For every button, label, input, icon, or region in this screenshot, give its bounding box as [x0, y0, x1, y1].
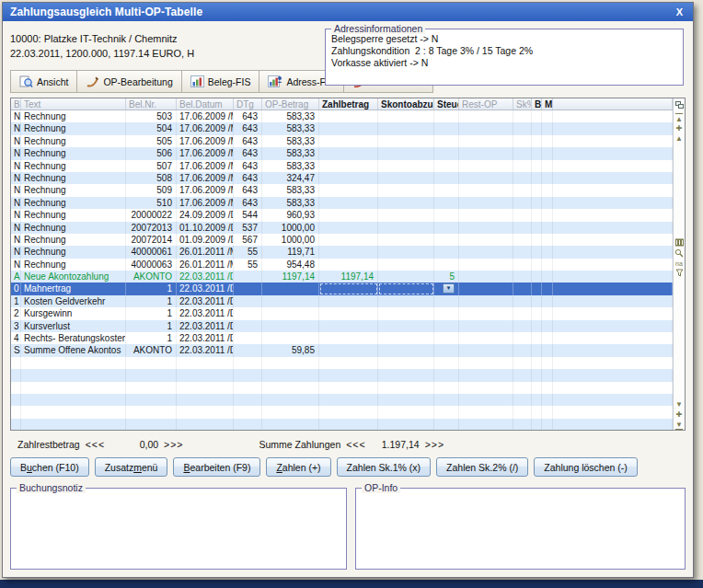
column-header-zahl[interactable]: Zahlbetrag	[319, 98, 378, 110]
cell-m	[542, 406, 553, 418]
zahlen-button[interactable]: Zahlen (+)	[266, 457, 330, 477]
table-row[interactable]: NRechnung51017.06.2009 /Mi643583,33	[11, 197, 673, 209]
column-header-rest[interactable]: Rest-OP	[459, 98, 513, 110]
column-header-m[interactable]: M	[542, 98, 553, 110]
table-row-empty[interactable]	[11, 419, 673, 430]
cell-skonto	[378, 222, 434, 234]
cell-steue	[434, 320, 459, 332]
tab-beleg-fis[interactable]: Beleg-FIS	[182, 71, 260, 92]
na-icon[interactable]: na	[675, 259, 683, 269]
cell-m	[542, 222, 553, 234]
cell-skonto	[378, 246, 434, 258]
cell-filler	[553, 234, 673, 246]
cell-skonto	[378, 234, 434, 246]
table-row-empty[interactable]	[11, 382, 673, 394]
cell-b2	[532, 135, 542, 147]
cell-belnr: 507	[126, 160, 177, 172]
table-row-empty[interactable]	[11, 394, 673, 406]
cell-b: 2	[11, 307, 21, 319]
table-row[interactable]: NRechnung2000002224.09.2009 /Do544960,93	[11, 209, 673, 221]
column-header-text[interactable]: Text	[21, 98, 126, 110]
cell-rest	[459, 197, 513, 209]
cell-op	[262, 295, 319, 307]
scroll-down-icon[interactable]: ▼	[675, 399, 683, 409]
column-header-sk[interactable]: Sk%	[513, 98, 532, 110]
scroll-up-icon[interactable]: ▲	[675, 133, 683, 144]
cell-belnr: 1	[126, 307, 177, 319]
zusatzmenu-button[interactable]: Zusatzmenü	[95, 457, 168, 477]
column-header-skonto[interactable]: Skontoabzug	[378, 98, 434, 110]
tab-ansicht[interactable]: Ansicht	[11, 71, 77, 92]
table-row[interactable]: NRechnung50717.06.2009 /Mi643583,33	[11, 160, 673, 172]
table-row-empty[interactable]	[11, 369, 673, 381]
cell-belnr: 505	[126, 135, 177, 147]
table-row[interactable]: 1Kosten Geldverkehr122.03.2011 /Di	[11, 295, 673, 307]
cell-date: 22.03.2011 /Di	[177, 332, 234, 344]
close-icon[interactable]: X	[674, 6, 686, 17]
bearbeiten-button[interactable]: Bearbeiten (F9)	[173, 457, 260, 477]
cell-dtg: 537	[234, 222, 262, 234]
cell-belnr: 20072014	[126, 234, 177, 246]
table-row-empty[interactable]	[11, 406, 673, 418]
buchen-button[interactable]: Buchen (F10)	[10, 457, 89, 477]
table-row[interactable]: 2Kursgewinn122.03.2011 /Di	[11, 307, 673, 319]
cell-date: 22.03.2011 /Di	[177, 282, 234, 294]
cell-text: Rechts- Beratungskosten	[21, 332, 126, 344]
table-row[interactable]: NRechnung4000006126.01.2011 /Mi55119,71	[11, 246, 673, 258]
copy-columns-icon[interactable]	[675, 98, 684, 111]
zahlung-loeschen-button[interactable]: Zahlung löschen (-)	[534, 457, 637, 477]
table-row[interactable]: NRechnung4000006326.01.2011 /Mi55954,48	[11, 259, 673, 271]
cell-date: 24.09.2009 /Do	[177, 209, 234, 221]
scroll-bottom-icon[interactable]: ▼	[675, 420, 683, 430]
cell-m	[542, 184, 553, 196]
cell-date: 01.10.2009 /Do	[177, 222, 234, 234]
column-header-b[interactable]: B	[11, 98, 21, 110]
cell-m	[542, 382, 553, 394]
cell-text: Kursverlust	[21, 320, 126, 332]
table-row-empty[interactable]	[11, 357, 673, 369]
address-info-groupbox: Adressinformationen Belegsperre gesetzt …	[325, 29, 684, 86]
buchungsnotiz-textarea[interactable]	[11, 489, 346, 569]
column-header-filler[interactable]	[553, 98, 673, 110]
steuer-dropdown-button[interactable]: ▼	[443, 283, 455, 294]
insert-icon[interactable]: ✚	[676, 123, 683, 133]
add-icon[interactable]: ✚	[676, 409, 683, 420]
cell-filler	[553, 332, 673, 344]
table-row[interactable]: 0Mahnertrag122.03.2011 /Di▼	[11, 282, 673, 294]
table-row[interactable]: ANeue AkontozahlungAKONTO22.03.2011 /Di1…	[11, 271, 673, 282]
filter-icon[interactable]	[675, 269, 684, 279]
tab-op-bearbeitung[interactable]: OP-Bearbeitung	[77, 71, 181, 92]
table-row[interactable]: NRechnung50517.06.2009 /Mi643583,33	[11, 135, 673, 147]
cell-op	[262, 282, 319, 294]
table-row[interactable]: NRechnung50817.06.2009 /Mi643324,47	[11, 172, 673, 184]
table-row[interactable]: NRechnung2007201401.09.2009 /Di5671000,0…	[11, 234, 673, 246]
cell-skonto	[378, 209, 434, 221]
cell-b2	[532, 222, 542, 234]
table-row[interactable]: NRechnung50317.06.2009 /Mi643583,33	[11, 110, 673, 122]
table-row[interactable]: NRechnung50617.06.2009 /Mi643583,33	[11, 147, 673, 159]
column-header-belnr[interactable]: Bel.Nr.	[126, 98, 177, 110]
columns-icon[interactable]	[675, 238, 684, 248]
column-header-steue[interactable]: Steue	[434, 98, 459, 110]
zahlen-sk1-button[interactable]: Zahlen Sk.1% (x)	[337, 457, 432, 477]
table-row[interactable]: SSumme Offene AkontosAKONTO22.03.2011 /D…	[11, 344, 673, 356]
scroll-top-icon[interactable]: ▲	[675, 113, 683, 123]
cell-steue	[434, 406, 459, 418]
table-row[interactable]: 4Rechts- Beratungskosten122.03.2011 /Di	[11, 332, 673, 344]
table-row[interactable]: 3Kursverlust122.03.2011 /Di	[11, 320, 673, 332]
cell-steue	[434, 357, 459, 369]
cell-skonto	[378, 382, 434, 394]
search-icon[interactable]	[674, 248, 684, 259]
op-info-textarea[interactable]	[356, 489, 685, 569]
zahlen-sk2-button[interactable]: Zahlen Sk.2% (/)	[436, 457, 528, 477]
cell-op: 583,33	[262, 122, 319, 134]
table-row[interactable]: NRechnung2007201301.10.2009 /Do5371000,0…	[11, 222, 673, 234]
column-header-op[interactable]: OP-Betrag	[262, 98, 319, 110]
column-header-date[interactable]: Bel.Datum	[177, 98, 234, 110]
cell-date: 17.06.2009 /Mi	[177, 197, 234, 209]
table-row[interactable]: NRechnung50417.06.2009 /Mi643583,33	[11, 122, 673, 134]
cell-rest	[459, 282, 513, 294]
column-header-dtg[interactable]: DTg	[234, 98, 262, 110]
table-row[interactable]: NRechnung50917.06.2009 /Mi643583,33	[11, 184, 673, 196]
column-header-b2[interactable]: B	[532, 98, 542, 110]
